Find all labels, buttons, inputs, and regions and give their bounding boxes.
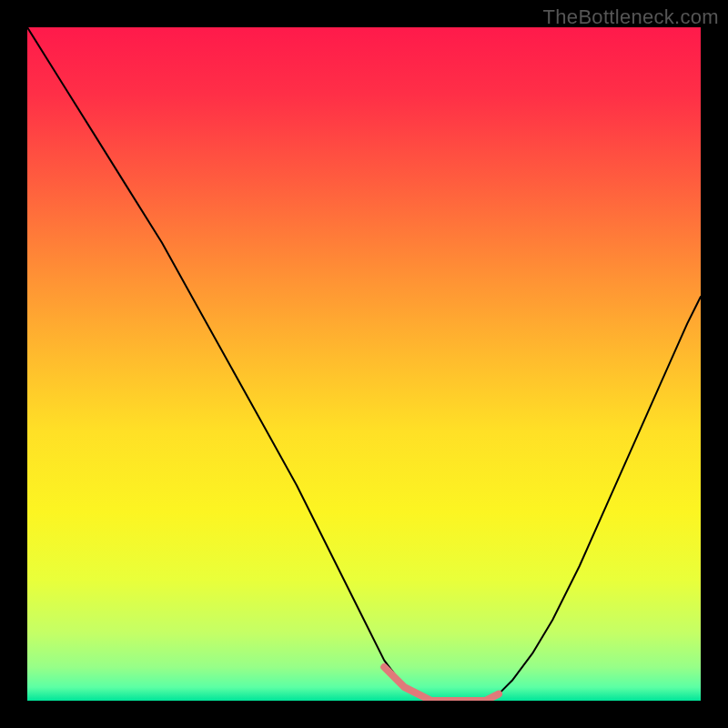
bottleneck-curve [27, 27, 701, 701]
plot-area [27, 27, 701, 701]
watermark-label: TheBottleneck.com [543, 5, 719, 29]
chart-frame: TheBottleneck.com [0, 0, 728, 728]
curve-layer [27, 27, 701, 701]
flat-highlight [384, 667, 499, 701]
